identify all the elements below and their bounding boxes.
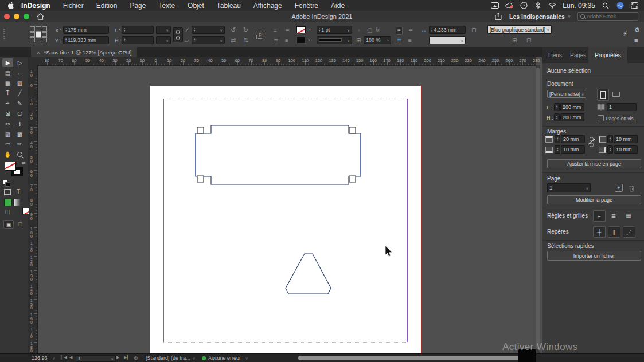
- stepper-icon[interactable]: ▴▾: [65, 27, 67, 32]
- wifi-icon[interactable]: [548, 2, 556, 9]
- spotlight-search-icon[interactable]: [602, 2, 610, 9]
- frame-fitting-icon[interactable]: ↔: [421, 27, 427, 33]
- apply-color-button[interactable]: [4, 199, 12, 206]
- toolbar-fill-swatch-none[interactable]: [5, 162, 16, 171]
- default-swatches-stroke-icon[interactable]: [5, 182, 10, 187]
- menu-item-indesign[interactable]: InDesign: [15, 2, 57, 10]
- direct-selection-tool[interactable]: ▷: [14, 58, 25, 67]
- bluetooth-icon[interactable]: [534, 2, 542, 9]
- opacity-field[interactable]: 100 % >: [364, 36, 391, 44]
- margin-left-field[interactable]: 10 mm: [614, 135, 638, 143]
- orientation-portrait-button[interactable]: [597, 89, 609, 101]
- settings-gear-icon[interactable]: ⚙: [634, 27, 640, 33]
- corner-options-icon[interactable]: ▫: [358, 27, 360, 33]
- pencil-tool[interactable]: ✎: [14, 99, 25, 108]
- rotate-ccw-icon[interactable]: ↺: [231, 27, 236, 33]
- vertical-scrollbar-thumb[interactable]: [536, 68, 540, 349]
- tab-proprietes[interactable]: Propriétés: [588, 47, 627, 63]
- free-transform-tool[interactable]: ✛: [14, 120, 25, 128]
- rulers-toggle-icon[interactable]: ⌐: [593, 210, 606, 222]
- menu-item-texte[interactable]: Texte: [152, 2, 181, 10]
- doc-height-stepper[interactable]: ▴▾: [554, 113, 560, 121]
- stroke-weight-field[interactable]: ▴▾ 1 pt ∨: [317, 26, 352, 34]
- screen-mode-normal-button[interactable]: ▣: [3, 220, 14, 229]
- gradient-tool[interactable]: ▨: [2, 130, 13, 139]
- screen-mirroring-icon[interactable]: [491, 2, 499, 9]
- apply-gradient-button[interactable]: [13, 199, 21, 206]
- scissors-tool[interactable]: ✂: [2, 120, 13, 128]
- auto-fit-icon[interactable]: ⊞: [356, 38, 361, 44]
- lock-guides-icon[interactable]: ∥: [608, 226, 620, 238]
- reference-point-p-icon[interactable]: P: [256, 32, 264, 39]
- document-preset-dropdown[interactable]: [Personnalisé] ∨: [547, 90, 586, 98]
- siri-icon[interactable]: [616, 2, 624, 9]
- stroke-type-dropdown[interactable]: ∨: [317, 36, 352, 44]
- shear-angle-field[interactable]: ▴▾∨: [192, 36, 225, 44]
- menu-item-objet[interactable]: Objet: [181, 2, 210, 10]
- apple-menu-icon[interactable]: [7, 2, 15, 9]
- quick-actions-lightning-icon[interactable]: ⚡: [622, 30, 627, 37]
- margin-bottom-field[interactable]: 10 mm: [561, 145, 585, 154]
- share-icon[interactable]: [494, 13, 502, 20]
- clear-overrides-icon[interactable]: ⊡: [526, 38, 531, 44]
- edit-page-button[interactable]: Modifier la page: [547, 195, 641, 204]
- gap-size-field[interactable]: ▴▾ 4,233 mm: [429, 26, 466, 34]
- margins-link-broken-icon[interactable]: [588, 137, 595, 149]
- selection-tool[interactable]: ▶: [2, 58, 13, 67]
- adobe-stock-search-input[interactable]: Adobe Stock: [577, 12, 638, 21]
- previous-page-button[interactable]: ◀: [69, 355, 72, 360]
- stepper-icon[interactable]: ▴▾: [65, 38, 67, 42]
- menu-item-edition[interactable]: Edition: [90, 2, 124, 10]
- fill-dropdown-icon[interactable]: >: [308, 27, 310, 32]
- gradient-feather-tool[interactable]: ▩: [14, 130, 25, 139]
- facing-pages-checkbox[interactable]: [598, 115, 604, 121]
- y-position-field[interactable]: ▴▾ 119,333 mm: [63, 36, 109, 44]
- object-style-dropdown[interactable]: [Bloc graphique standard] ∨: [487, 25, 552, 34]
- workspace-switcher[interactable]: Les indispensables ∨: [509, 13, 571, 20]
- align-icon[interactable]: ≡: [274, 27, 277, 33]
- eyedropper-tool[interactable]: ✑: [14, 140, 25, 148]
- formatting-affects-text-icon[interactable]: T: [17, 188, 20, 195]
- hand-tool[interactable]: ✋: [2, 150, 13, 159]
- add-page-button[interactable]: +: [615, 184, 623, 192]
- menu-item-fenêtre[interactable]: Fenêtre: [288, 2, 325, 10]
- page-number-field[interactable]: 1 ∨: [76, 355, 116, 362]
- x-position-field[interactable]: ▴▾ 175 mm: [63, 26, 109, 34]
- zoom-tool[interactable]: [14, 150, 25, 159]
- doc-height-field[interactable]: 200 mm: [560, 113, 584, 121]
- distribute-icon[interactable]: ≡: [285, 38, 288, 44]
- wrap-options-icon[interactable]: ≣: [397, 38, 401, 44]
- screen-mode-preview-button[interactable]: ▢: [15, 220, 25, 227]
- flip-vertical-icon[interactable]: ⇅: [243, 37, 248, 44]
- smart-guides-icon[interactable]: ⋰: [623, 226, 635, 238]
- zoom-level-value[interactable]: 126,93: [32, 355, 48, 361]
- scale-x-field[interactable]: ∨: [156, 26, 171, 34]
- content-collector-tool[interactable]: ▦: [2, 79, 13, 88]
- profile-chevron-icon[interactable]: ∨: [193, 356, 195, 360]
- preflight-status[interactable]: Aucune erreur: [208, 355, 241, 361]
- panel-menu-icon[interactable]: ≡: [634, 37, 638, 44]
- delete-page-icon[interactable]: [629, 184, 635, 194]
- style-override-icon[interactable]: ⊞: [512, 38, 517, 44]
- horizontal-ruler[interactable]: 8070605040302010010203040506070809010011…: [28, 57, 536, 66]
- wrap-invert-icon[interactable]: ≡: [408, 38, 412, 44]
- menu-item-fichier[interactable]: Fichier: [57, 2, 90, 10]
- document-page[interactable]: [150, 86, 421, 353]
- zoom-chevron-icon[interactable]: ∨: [53, 356, 55, 360]
- rotate-cw-icon[interactable]: ↻: [243, 27, 248, 33]
- errors-chevron-icon[interactable]: ∨: [245, 356, 248, 360]
- menu-item-tableau[interactable]: Tableau: [210, 2, 247, 10]
- flip-horizontal-icon[interactable]: ⇄: [231, 37, 236, 44]
- doc-width-field[interactable]: 200 mm: [560, 103, 584, 111]
- tab-liens[interactable]: Liens: [544, 47, 567, 63]
- reference-point-proxy[interactable]: [30, 26, 47, 42]
- document-grid-icon[interactable]: ▦: [623, 210, 634, 221]
- document-tab[interactable]: × *Sans titre-1 @ 127% [Aperçu GPU]: [31, 47, 137, 57]
- text-wrap-around-icon[interactable]: ≣: [408, 27, 413, 33]
- corner-shape-icon[interactable]: ▢: [367, 27, 372, 33]
- margin-bottom-stepper[interactable]: ▴▾: [555, 145, 560, 154]
- orientation-landscape-button[interactable]: [611, 89, 622, 100]
- fill-swatch-none[interactable]: [296, 26, 306, 33]
- margin-top-stepper[interactable]: ▴▾: [555, 135, 560, 143]
- style-preview-dropdown[interactable]: ∨: [429, 36, 466, 44]
